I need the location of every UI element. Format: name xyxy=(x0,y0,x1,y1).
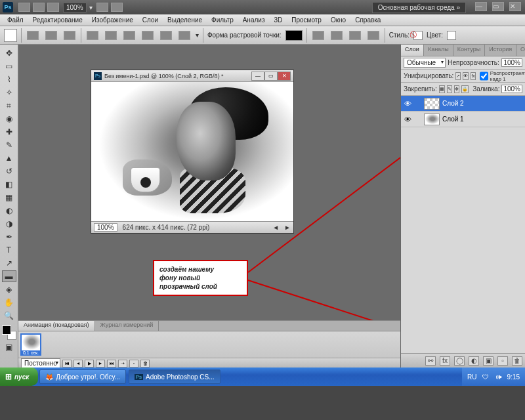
shape-layers-button[interactable] xyxy=(27,31,39,40)
tab-history[interactable]: История xyxy=(485,45,516,56)
combine-exclude-button[interactable] xyxy=(368,31,379,40)
quickmask-button[interactable]: ▣ xyxy=(2,341,16,353)
window-close-button[interactable]: ✕ xyxy=(509,2,521,11)
shape-polygon-button[interactable] xyxy=(142,31,154,40)
language-indicator[interactable]: RU xyxy=(467,373,476,381)
tab-layers[interactable]: Слои xyxy=(401,45,424,56)
color-picker[interactable] xyxy=(447,31,456,40)
tab-channels[interactable]: Каналы xyxy=(424,45,453,56)
tab-animation[interactable]: Анимация (покадровая) xyxy=(18,321,95,331)
menu-select[interactable]: Выделение xyxy=(163,16,207,24)
prev-frame-button[interactable]: ◄ xyxy=(74,360,83,368)
shape-line-button[interactable] xyxy=(160,31,172,40)
menu-file[interactable]: Файл xyxy=(3,16,28,24)
lock-pixels-button[interactable]: ✎ xyxy=(447,85,452,93)
menu-window[interactable]: Окно xyxy=(326,16,350,24)
screen-mode-button[interactable] xyxy=(47,3,59,12)
visibility-toggle[interactable]: 👁 xyxy=(403,115,412,124)
loop-selector[interactable]: Постоянно xyxy=(21,358,60,368)
mb-button[interactable] xyxy=(33,3,45,12)
propagate-checkbox[interactable] xyxy=(480,72,488,81)
blur-tool[interactable]: ◐ xyxy=(2,205,16,217)
bridge-button[interactable] xyxy=(18,3,30,12)
fill-pixels-button[interactable] xyxy=(64,31,75,40)
layer-mask-button[interactable]: ◯ xyxy=(454,356,465,366)
link-layers-button[interactable]: ⚯ xyxy=(425,356,436,366)
heal-tool[interactable]: ✚ xyxy=(2,126,16,138)
doc-scroll-left-icon[interactable]: ◄ xyxy=(272,224,279,231)
combine-subtract-button[interactable] xyxy=(331,31,343,40)
lock-position-button[interactable]: ✥ xyxy=(454,85,459,93)
menu-image[interactable]: Изображение xyxy=(87,16,138,24)
document-maximize-button[interactable]: ▭ xyxy=(264,72,278,81)
first-frame-button[interactable]: ⏮ xyxy=(62,360,72,368)
canvas-area[interactable]: Ps Без имени-1.psd @ 100% (Слой 2, RGB/8… xyxy=(18,45,400,368)
menu-view[interactable]: Просмотр xyxy=(287,16,326,24)
marquee-tool[interactable]: ▭ xyxy=(2,60,16,72)
window-maximize-button[interactable]: ▭ xyxy=(492,2,504,11)
window-minimize-button[interactable]: — xyxy=(475,2,487,11)
animation-frame[interactable]: 0,1 сек. xyxy=(20,333,41,356)
shape-tool[interactable]: ▬ xyxy=(2,270,16,282)
tray-shield-icon[interactable]: 🛡 xyxy=(481,372,490,381)
menu-filter[interactable]: Фильтр xyxy=(207,16,238,24)
shape-rect-button[interactable] xyxy=(87,31,98,40)
document-zoom[interactable]: 100% xyxy=(94,223,117,232)
zoom-tool-button[interactable] xyxy=(111,3,123,12)
shape-custom-button[interactable] xyxy=(178,31,190,40)
delete-layer-button[interactable]: 🗑 xyxy=(512,356,522,366)
zoom-level[interactable]: 100% xyxy=(63,3,87,12)
zoom-dropdown-icon[interactable]: ▾ xyxy=(89,4,93,11)
document-canvas[interactable] xyxy=(91,82,293,221)
tray-sound-icon[interactable]: 🕪 xyxy=(494,372,503,381)
taskbar-item[interactable]: PsAdobe Photoshop CS... xyxy=(129,369,220,384)
new-frame-button[interactable]: ▫ xyxy=(129,360,138,368)
tween-button[interactable]: ⇢ xyxy=(118,360,127,368)
zoom-tool[interactable]: 🔍 xyxy=(2,310,16,322)
blend-mode-select[interactable]: Обычные xyxy=(404,58,446,68)
path-tool[interactable]: ↗ xyxy=(2,257,16,269)
opacity-field[interactable]: 100% xyxy=(501,58,522,67)
layer-thumbnail[interactable] xyxy=(424,98,440,110)
layer-name[interactable]: Слой 1 xyxy=(442,116,464,123)
combine-add-button[interactable] xyxy=(312,31,324,40)
layer-row[interactable]: 👁 Слой 2 xyxy=(401,96,525,112)
hand-tool[interactable]: ✋ xyxy=(2,297,16,308)
unify-style-button[interactable]: fx xyxy=(471,72,475,80)
eraser-tool[interactable]: ◧ xyxy=(2,178,16,190)
dodge-tool[interactable]: ◑ xyxy=(2,218,16,230)
document-close-button[interactable]: ✕ xyxy=(278,72,291,81)
unify-position-button[interactable]: ↗ xyxy=(455,72,461,80)
tab-measurements[interactable]: Журнал измерений xyxy=(95,321,159,331)
crop-tool[interactable]: ⌗ xyxy=(2,100,16,112)
tab-actions[interactable]: Операции xyxy=(516,45,525,56)
layer-group-button[interactable]: ▣ xyxy=(483,356,494,366)
brush-tool[interactable]: ✎ xyxy=(2,139,16,151)
gradient-tool[interactable]: ▦ xyxy=(2,192,16,203)
menu-help[interactable]: Справка xyxy=(350,16,385,24)
menu-3d[interactable]: 3D xyxy=(269,16,287,24)
unify-visibility-button[interactable]: 👁 xyxy=(463,72,469,80)
shape-ellipse-button[interactable] xyxy=(123,31,135,40)
layer-row[interactable]: 👁 Слой 1 xyxy=(401,112,525,127)
move-tool[interactable]: ✥ xyxy=(2,47,16,59)
fill-field[interactable]: 100% xyxy=(501,85,522,93)
workspace-switcher[interactable]: Основная рабочая среда » xyxy=(372,2,466,13)
new-layer-button[interactable]: ▫ xyxy=(497,356,508,366)
shape-arrow-down-icon[interactable]: ▾ xyxy=(196,32,199,39)
delete-frame-button[interactable]: 🗑 xyxy=(140,360,150,368)
paths-button[interactable] xyxy=(45,31,57,40)
next-frame-button[interactable]: ► xyxy=(96,360,105,368)
frame-duration[interactable]: 0,1 сек. xyxy=(22,350,40,356)
layer-style-button[interactable]: fx xyxy=(440,356,450,366)
style-picker[interactable]: ⃠ xyxy=(413,31,423,40)
lasso-tool[interactable]: ⌇ xyxy=(2,74,16,85)
eyedropper-tool[interactable]: ◉ xyxy=(2,113,16,125)
menu-edit[interactable]: Редактирование xyxy=(28,16,87,24)
pen-tool[interactable]: ✒ xyxy=(2,231,16,243)
3d-tool[interactable]: ◈ xyxy=(2,284,16,295)
custom-shape-picker[interactable] xyxy=(285,30,303,41)
wand-tool[interactable]: ✧ xyxy=(2,87,16,98)
shape-rrect-button[interactable] xyxy=(105,31,117,40)
adjustment-layer-button[interactable]: ◐ xyxy=(469,356,479,366)
